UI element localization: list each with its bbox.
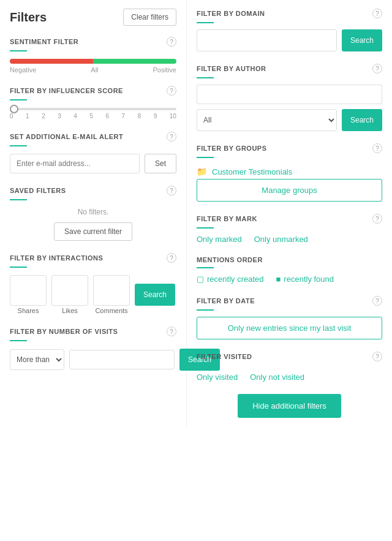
recently-created-option[interactable]: ▢ recently created — [197, 274, 264, 284]
influencer-slider-container: 0 1 2 3 4 5 6 7 8 9 10 — [10, 108, 176, 119]
likes-label: Likes — [62, 307, 78, 314]
interactions-underline — [10, 267, 27, 268]
only-visited-option[interactable]: Only visited — [197, 373, 238, 382]
no-filters-text: No filters. — [10, 208, 176, 216]
shares-label: Shares — [18, 307, 39, 314]
domain-section: FILTER BY DOMAIN ? Search — [197, 9, 382, 51]
sentiment-labels: Negative All Positive — [10, 66, 176, 74]
sentiment-title: SENTIMENT FILTER — [10, 38, 78, 45]
sentiment-underline — [10, 50, 27, 51]
domain-row: Search — [197, 29, 382, 51]
domain-help-icon[interactable]: ? — [372, 9, 382, 18]
visits-section: FILTER BY NUMBER OF VISITS ? More than L… — [10, 327, 176, 371]
email-alert-help-icon[interactable]: ? — [167, 132, 176, 142]
interactions-row: Shares Likes Comments Search — [10, 275, 176, 314]
group-item[interactable]: 📁 Customer Testimonials — [197, 164, 382, 179]
sentiment-help-icon[interactable]: ? — [167, 37, 176, 47]
visits-row: More than Less than Equal to Search — [10, 349, 176, 371]
interactions-title: FILTER BY INTERACTIONS — [10, 254, 103, 262]
sentiment-section: SENTIMENT FILTER ? Negative All Positive — [10, 37, 176, 74]
recently-found-label: recently found — [284, 274, 334, 284]
recently-created-label: recently created — [207, 274, 264, 284]
date-underline — [197, 309, 214, 311]
mark-underline — [197, 227, 214, 229]
saved-filters-section: SAVED FILTERS ? No filters. Save current… — [10, 186, 176, 241]
saved-filters-help-icon[interactable]: ? — [167, 186, 176, 195]
interactions-search-button[interactable]: Search — [135, 284, 175, 306]
interactions-section: FILTER BY INTERACTIONS ? Shares Likes Co… — [10, 253, 176, 314]
date-help-icon[interactable]: ? — [372, 296, 382, 306]
new-entries-button[interactable]: Only new entries since my last visit — [197, 317, 382, 339]
mark-help-icon[interactable]: ? — [372, 214, 382, 224]
only-not-visited-option[interactable]: Only not visited — [250, 373, 304, 382]
mentions-order-section: MENTIONS ORDER ▢ recently created ■ rece… — [197, 256, 382, 284]
email-alert-title: SET ADDITIONAL E-MAIL ALERT — [10, 133, 123, 140]
order-options: ▢ recently created ■ recently found — [197, 274, 382, 284]
domain-input[interactable] — [197, 29, 337, 51]
hide-additional-filters-button[interactable]: Hide additional filters — [238, 394, 341, 418]
manage-groups-button[interactable]: Manage groups — [197, 179, 382, 202]
mark-options: Only marked Only unmarked — [197, 235, 382, 244]
recently-found-option[interactable]: ■ recently found — [276, 274, 334, 284]
author-help-icon[interactable]: ? — [372, 64, 382, 74]
visits-input[interactable] — [69, 350, 175, 369]
visits-help-icon[interactable]: ? — [167, 327, 176, 336]
domain-underline — [197, 22, 214, 23]
influencer-underline — [10, 99, 27, 100]
author-select-row: All Search — [197, 109, 382, 131]
visited-title: FILTER VISITED — [197, 353, 252, 360]
clear-filters-button[interactable]: Clear filters — [123, 9, 176, 26]
influencer-numbers: 0 1 2 3 4 5 6 7 8 9 10 — [10, 113, 176, 119]
mark-section: FILTER BY MARK ? Only marked Only unmark… — [197, 214, 382, 244]
group-name: Customer Testimonials — [212, 167, 292, 176]
visited-section: FILTER VISITED ? Only visited Only not v… — [197, 352, 382, 382]
domain-title: FILTER BY DOMAIN — [197, 10, 265, 17]
comments-group: Comments — [93, 275, 130, 314]
author-underline — [197, 77, 214, 78]
author-select[interactable]: All — [197, 109, 337, 131]
mentions-order-underline — [197, 267, 214, 268]
filters-title: Filters — [10, 10, 47, 25]
comments-input[interactable] — [93, 275, 130, 306]
interactions-help-icon[interactable]: ? — [167, 253, 176, 263]
search-icon: ■ — [276, 274, 281, 284]
sentiment-track — [10, 59, 176, 64]
email-alert-section: SET ADDITIONAL E-MAIL ALERT ? Set — [10, 132, 176, 173]
influencer-title: FILTER BY INFLUENCER SCORE — [10, 87, 123, 94]
influencer-help-icon[interactable]: ? — [167, 86, 176, 96]
visited-help-icon[interactable]: ? — [372, 352, 382, 361]
domain-search-button[interactable]: Search — [342, 29, 382, 51]
sentiment-negative-label: Negative — [10, 66, 36, 74]
shares-input[interactable] — [10, 275, 47, 306]
only-marked-option[interactable]: Only marked — [197, 235, 242, 244]
save-filter-button[interactable]: Save current filter — [54, 222, 132, 241]
sentiment-all-label: All — [91, 66, 98, 74]
clock-icon: ▢ — [197, 274, 204, 284]
groups-underline — [197, 157, 214, 158]
date-title: FILTER BY DATE — [197, 297, 255, 305]
influencer-track[interactable] — [10, 108, 176, 110]
sentiment-positive-label: Positive — [153, 66, 176, 74]
visited-underline — [197, 365, 214, 366]
email-input[interactable] — [10, 154, 140, 173]
sentiment-slider[interactable]: Negative All Positive — [10, 59, 176, 74]
groups-help-icon[interactable]: ? — [372, 143, 382, 153]
only-unmarked-option[interactable]: Only unmarked — [254, 235, 308, 244]
folder-icon: 📁 — [197, 167, 207, 176]
author-section: FILTER BY AUTHOR ? All Search — [197, 64, 382, 131]
likes-input[interactable] — [51, 275, 88, 306]
influencer-section: FILTER BY INFLUENCER SCORE ? 0 1 2 3 4 5… — [10, 86, 176, 119]
visits-underline — [10, 340, 27, 341]
mentions-order-title: MENTIONS ORDER — [197, 256, 263, 263]
groups-title: FILTER BY GROUPS — [197, 145, 267, 152]
visits-title: FILTER BY NUMBER OF VISITS — [10, 328, 118, 335]
author-search-button[interactable]: Search — [342, 109, 382, 131]
saved-filters-underline — [10, 199, 27, 200]
visits-select[interactable]: More than Less than Equal to — [10, 349, 64, 370]
set-email-button[interactable]: Set — [145, 154, 176, 173]
influencer-thumb[interactable] — [10, 105, 18, 113]
comments-label: Comments — [95, 307, 127, 314]
date-section: FILTER BY DATE ? Only new entries since … — [197, 296, 382, 339]
author-input[interactable] — [197, 85, 382, 104]
hide-btn-container: Hide additional filters — [197, 394, 382, 418]
